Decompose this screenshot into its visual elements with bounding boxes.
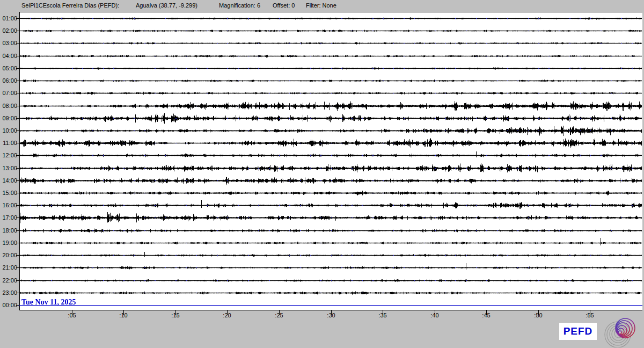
hour-label: 22:00 [0, 277, 17, 284]
hour-tick [16, 293, 20, 293]
hour-label: 00:00 [0, 302, 17, 308]
minute-label: :45 [478, 312, 494, 319]
minute-label: :40 [427, 312, 443, 319]
hour-tick [16, 56, 20, 56]
hour-label: 12:00 [0, 152, 17, 158]
hour-tick [16, 230, 20, 231]
hour-label: 04:00 [0, 53, 17, 59]
hour-label: 21:00 [0, 264, 17, 271]
hour-tick [16, 68, 20, 69]
hour-label: 16:00 [0, 202, 17, 208]
minute-label: :20 [219, 312, 235, 319]
day-start-line [19, 305, 642, 306]
hour-tick [16, 243, 20, 243]
hour-tick [16, 168, 20, 169]
station-title: SeiPi1CEscola Ferreira Dias (PEFD): [21, 2, 119, 9]
minute-label: :30 [323, 312, 339, 319]
hour-label: 08:00 [0, 103, 17, 109]
station-location: Agualva (38.77, -9.299) [136, 2, 197, 9]
hour-label: 17:00 [0, 214, 17, 221]
hour-tick [16, 106, 20, 106]
minute-label: :50 [530, 312, 546, 319]
hour-tick [16, 18, 20, 19]
hour-tick [16, 180, 20, 181]
hour-label: 11:00 [0, 140, 17, 146]
hour-label: 01:00 [0, 15, 17, 21]
hour-label: 14:00 [0, 177, 17, 184]
date-label: Tue Nov 11, 2025 [21, 298, 76, 307]
hour-tick [16, 130, 20, 131]
hour-tick [16, 280, 20, 281]
hour-label: 13:00 [0, 165, 17, 171]
minute-label: :05 [64, 312, 80, 319]
hour-label: 09:00 [0, 115, 17, 121]
hour-tick [16, 218, 20, 218]
hour-tick [16, 43, 20, 44]
helicorder-traces [20, 13, 642, 310]
hour-tick [16, 155, 20, 156]
seismograph-app-window: SeiPi1CEscola Ferreira Dias (PEFD): Agua… [0, 0, 644, 348]
minute-label: :55 [582, 312, 598, 319]
hour-tick [16, 267, 20, 268]
seismic-spiral-logo-icon [603, 316, 639, 347]
station-code-text: PEFD [564, 325, 593, 337]
hour-tick [16, 205, 20, 206]
minute-label: :10 [115, 312, 131, 319]
hour-label: 03:00 [0, 40, 17, 46]
hour-label: 05:00 [0, 65, 17, 71]
hour-label: 18:00 [0, 227, 17, 234]
hour-tick [16, 143, 20, 143]
offset-status: Offset: 0 [273, 2, 295, 9]
hour-label: 06:00 [0, 77, 17, 84]
hour-label: 10:00 [0, 127, 17, 134]
station-code-badge: PEFD [559, 323, 597, 340]
hour-tick [16, 93, 20, 93]
hour-label: 19:00 [0, 240, 17, 246]
hour-tick [16, 31, 20, 31]
hour-tick [16, 193, 20, 193]
hour-label: 02:00 [0, 27, 17, 34]
hour-label: 07:00 [0, 90, 17, 96]
hour-label: 23:00 [0, 289, 17, 296]
hour-label: 20:00 [0, 252, 17, 258]
filter-status: Filter: None [306, 2, 336, 9]
minute-label: :35 [375, 312, 391, 319]
minute-label: :25 [271, 312, 287, 319]
hour-label: 15:00 [0, 190, 17, 196]
hour-tick [16, 118, 20, 119]
hour-tick [16, 81, 20, 81]
magnification-status: Magnification: 6 [219, 2, 260, 9]
minute-label: :15 [167, 312, 184, 319]
hour-tick [16, 255, 20, 256]
